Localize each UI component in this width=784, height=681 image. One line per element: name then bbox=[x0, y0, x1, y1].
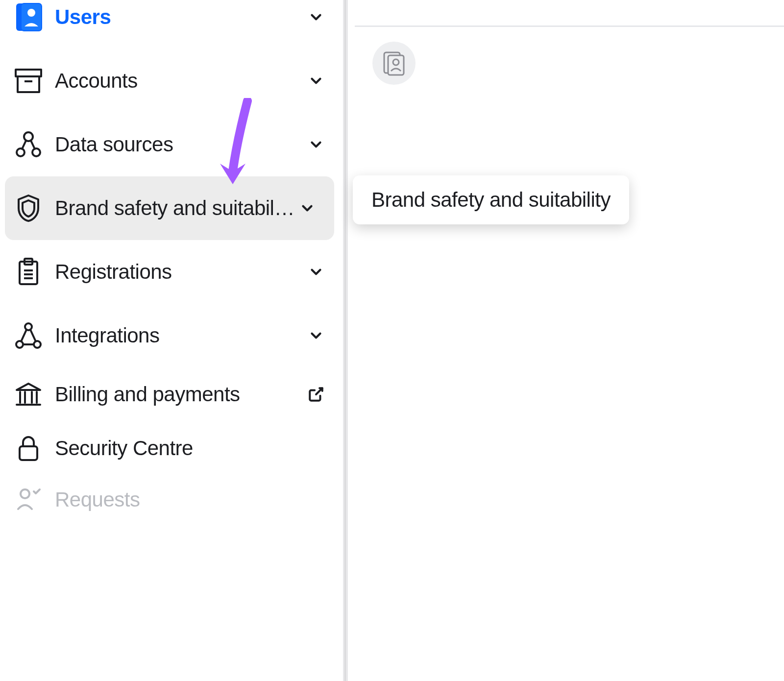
external-link-icon bbox=[304, 382, 328, 407]
chevron-down-icon bbox=[304, 132, 328, 157]
sidebar-item-label: Integrations bbox=[55, 324, 304, 347]
lock-icon bbox=[14, 434, 43, 463]
svg-line-20 bbox=[30, 330, 36, 341]
svg-point-28 bbox=[21, 489, 29, 498]
bank-icon bbox=[14, 380, 43, 409]
chevron-down-icon bbox=[304, 5, 328, 29]
tooltip-brand-safety: Brand safety and suitability bbox=[353, 175, 629, 224]
svg-line-9 bbox=[22, 141, 26, 149]
sidebar-item-label: Brand safety and suitabil… bbox=[55, 196, 295, 220]
spacer bbox=[304, 436, 328, 461]
sidebar-item-label: Requests bbox=[55, 488, 304, 511]
entity-chip[interactable] bbox=[372, 42, 416, 85]
sidebar-item-billing[interactable]: Billing and payments bbox=[0, 367, 343, 421]
svg-point-7 bbox=[17, 148, 24, 156]
shield-icon bbox=[14, 194, 43, 223]
svg-rect-3 bbox=[16, 70, 41, 76]
svg-point-6 bbox=[24, 132, 33, 141]
sidebar-item-label: Accounts bbox=[55, 69, 304, 93]
svg-line-19 bbox=[21, 330, 26, 341]
sidebar-item-label: Billing and payments bbox=[55, 383, 304, 406]
chevron-down-icon bbox=[304, 69, 328, 93]
svg-point-2 bbox=[27, 9, 35, 17]
sidebar-item-requests[interactable]: Requests bbox=[0, 475, 343, 524]
sidebar-item-label: Users bbox=[55, 5, 304, 29]
sidebar-item-integrations[interactable]: Integrations bbox=[0, 304, 343, 367]
users-icon bbox=[14, 2, 43, 32]
clipboard-icon bbox=[14, 257, 43, 287]
sidebar-item-label: Registrations bbox=[55, 260, 304, 284]
archive-icon bbox=[14, 66, 43, 96]
requests-icon bbox=[14, 485, 43, 514]
sidebar-item-brand-safety[interactable]: Brand safety and suitabil… bbox=[5, 176, 334, 240]
svg-line-10 bbox=[31, 141, 35, 149]
sidebar-item-users[interactable]: Users bbox=[0, 0, 343, 49]
data-sources-icon bbox=[14, 130, 43, 159]
sidebar-item-label: Security Centre bbox=[55, 437, 304, 460]
svg-point-17 bbox=[16, 341, 23, 348]
sidebar-item-security-centre[interactable]: Security Centre bbox=[0, 421, 343, 475]
sidebar-item-label: Data sources bbox=[55, 133, 304, 156]
chevron-down-icon bbox=[304, 260, 328, 284]
sidebar-item-registrations[interactable]: Registrations bbox=[0, 240, 343, 304]
spacer bbox=[304, 487, 328, 512]
sidebar-item-accounts[interactable]: Accounts bbox=[0, 49, 343, 113]
sidebar-item-data-sources[interactable]: Data sources bbox=[0, 113, 343, 176]
integrations-icon bbox=[14, 321, 43, 350]
svg-rect-27 bbox=[20, 446, 37, 460]
chevron-down-icon bbox=[304, 323, 328, 348]
vertical-divider bbox=[343, 0, 348, 681]
id-card-icon bbox=[382, 50, 406, 76]
svg-rect-4 bbox=[18, 76, 39, 92]
tooltip-text: Brand safety and suitability bbox=[371, 188, 611, 211]
horizontal-divider bbox=[355, 25, 784, 27]
chevron-down-icon bbox=[295, 196, 319, 220]
sidebar: Users Accounts Dat bbox=[0, 0, 343, 681]
svg-rect-1 bbox=[21, 3, 42, 31]
svg-point-18 bbox=[34, 341, 41, 348]
svg-point-8 bbox=[32, 148, 40, 156]
